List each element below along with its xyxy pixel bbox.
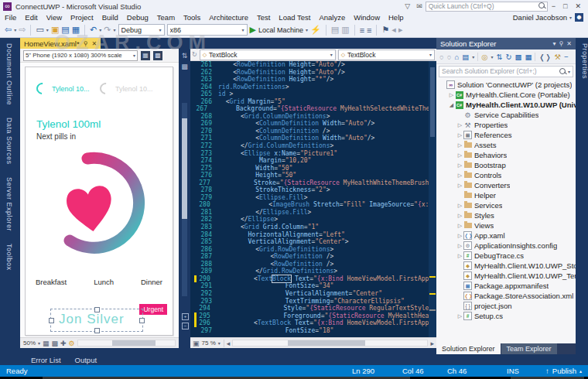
designer-v-scrollbar[interactable] bbox=[182, 103, 187, 296]
editor-v-scrollbar[interactable] bbox=[429, 61, 436, 337]
tree-item-service-capabilities[interactable]: ⚙Service Capabilities bbox=[436, 110, 576, 120]
code-line-265[interactable]: 265id > bbox=[190, 90, 436, 98]
expander-icon[interactable]: ▷ bbox=[456, 172, 463, 179]
expander-icon[interactable]: ▷ bbox=[456, 223, 463, 229]
undo-caret-icon[interactable]: ▾ bbox=[99, 27, 101, 32]
code-line-264[interactable]: 264rid.RowDefinitions> bbox=[190, 84, 436, 91]
swap-panes-icon[interactable]: ⇅ bbox=[179, 52, 190, 60]
collapse-pane-icon[interactable]: − bbox=[182, 323, 189, 329]
tree-item-debugtrace-cs[interactable]: ▷#DebugTrace.cs bbox=[436, 251, 576, 261]
redo-caret-icon[interactable]: ▾ bbox=[114, 27, 116, 32]
user-dropdown-caret-icon[interactable]: ▾ bbox=[569, 15, 572, 20]
med-tab-inactive[interactable]: Tylenol 10... bbox=[100, 83, 153, 94]
tree-item-solution-connectuwp-2-projects[interactable]: ∞Solution 'ConnectUWP' (2 projects) bbox=[436, 80, 576, 90]
toggle-artboard-icon[interactable]: ⚙ bbox=[69, 340, 75, 347]
collapse-pane-icon[interactable]: + bbox=[182, 313, 189, 320]
meal-label-dinner[interactable]: Dinner bbox=[141, 278, 162, 286]
code-text-area[interactable]: 261 <RowDefinition Height="Auto"/>262 <R… bbox=[190, 61, 436, 337]
expander-icon[interactable]: ▷ bbox=[456, 162, 463, 169]
code-line-279[interactable]: 279 <Ellipse.Fill> bbox=[190, 194, 436, 202]
resize-handle[interactable] bbox=[139, 318, 145, 323]
designer-effects-toggle-icon[interactable]: ▩ bbox=[153, 51, 162, 60]
tab-homeview-xaml[interactable]: HomeView.xaml* ⚲ ✕ bbox=[20, 38, 101, 49]
code-line-282[interactable]: 282 </Ellipse> bbox=[190, 216, 436, 224]
code-line-288[interactable]: 288 <RowDefinition /> bbox=[190, 261, 436, 268]
tree-item-converters[interactable]: ▷Converters bbox=[436, 180, 576, 190]
solution-search-input[interactable]: Search Solution Explorer (Ctrl+;) ▾ bbox=[439, 66, 573, 77]
menu-team[interactable]: Team bbox=[157, 13, 175, 22]
pin-icon[interactable]: ⚲ bbox=[84, 40, 88, 47]
selected-textblock[interactable]: Jon Silver bbox=[59, 312, 125, 327]
code-line-276[interactable]: 276 Height="50" bbox=[190, 172, 436, 179]
tool-tab-toolbox[interactable]: Toolbox bbox=[5, 244, 13, 271]
signed-in-user[interactable]: Daniel Jacobson bbox=[513, 13, 567, 22]
device-preview-dropdown[interactable]: 5" Phone (1920 x 1080) 300% scale ▾ bbox=[23, 50, 138, 61]
navigate-back-icon[interactable]: ⇦ bbox=[5, 25, 12, 35]
scroll-right-icon[interactable]: ▸ bbox=[430, 340, 434, 347]
expander-icon[interactable]: ▷ bbox=[456, 313, 463, 319]
feedback-icon[interactable]: ▽ bbox=[405, 2, 410, 10]
tree-item-myhealth-client-w10-uwp-storekey-pfx[interactable]: ◆MyHealth.Client.W10.UWP_StoreKey.pfx bbox=[436, 261, 576, 271]
designer-grid-toggle-icon[interactable]: ▦ bbox=[141, 51, 150, 60]
element-breadcrumb-dropdown[interactable]: ◇ TextBlock ▾ bbox=[200, 50, 336, 60]
tree-item-package-appxmanifest[interactable]: ▦Package.appxmanifest bbox=[436, 281, 576, 291]
medication-subtitle[interactable]: Next pills in bbox=[36, 132, 76, 141]
menu-build[interactable]: Build bbox=[102, 13, 118, 22]
close-button[interactable]: ✕ bbox=[575, 2, 581, 10]
urgent-badge[interactable]: Urgent bbox=[139, 304, 167, 315]
tree-item-behaviors[interactable]: ▷Behaviors bbox=[436, 150, 576, 160]
tree-item-setup-cs[interactable]: ▷#Setup.cs bbox=[436, 311, 576, 321]
expander-icon[interactable]: ▷ bbox=[456, 243, 463, 249]
designer-h-scrollbar[interactable] bbox=[77, 340, 176, 347]
tree-item-helper[interactable]: Helper bbox=[436, 190, 576, 200]
properties-icon[interactable]: ▦ bbox=[525, 53, 532, 61]
new-file-caret-icon[interactable]: ▾ bbox=[46, 27, 49, 32]
menu-view[interactable]: View bbox=[46, 13, 62, 22]
meal-label-lunch[interactable]: Lunch bbox=[94, 278, 114, 286]
code-line-296[interactable]: 296 <TextBlock Text="{x:Bind HomeViewMod… bbox=[190, 319, 436, 327]
code-line-281[interactable]: 281 </Ellipse.Fill> bbox=[190, 209, 436, 217]
menu-load-test[interactable]: Load Test bbox=[279, 13, 310, 22]
publish-button[interactable]: ↑ Publish ▴ bbox=[545, 367, 582, 375]
countdown-gauge[interactable] bbox=[39, 143, 171, 273]
navbar-scope-icon[interactable]: ↻ bbox=[192, 51, 197, 58]
solution-explorer-titlebar[interactable]: Solution Explorer ▾ ⚲ ✕ bbox=[436, 38, 576, 50]
bottom-tab-error-list[interactable]: Error List bbox=[31, 356, 61, 364]
code-line-287[interactable]: 287 <RowDefinition /> bbox=[190, 253, 436, 261]
user-avatar[interactable]: ☻ bbox=[575, 13, 583, 22]
bookmark-icon[interactable]: ⚑ bbox=[381, 25, 389, 35]
editor-zoom-dropdown[interactable]: ▣ 75 % ▾ bbox=[193, 340, 224, 347]
new-file-icon[interactable]: ▭ bbox=[36, 25, 43, 35]
code-line-270[interactable]: 270 <ColumnDefinition /> bbox=[190, 128, 436, 135]
forward-icon[interactable]: ○ bbox=[447, 53, 452, 61]
code-line-289[interactable]: 289 </Grid.RowDefinitions> bbox=[190, 268, 436, 275]
snap-grid-icon[interactable]: ▩ bbox=[52, 340, 59, 347]
tree-item-myhealth-client-w10-uwp-temporarykey-pfx[interactable]: ◆MyHealth.Client.W10.UWP_TemporaryKey.pf… bbox=[436, 271, 576, 281]
code-line-292[interactable]: 292 VerticalAlignment="Center" bbox=[190, 290, 436, 298]
panel-tab-solution-explorer[interactable]: Solution Explorer bbox=[436, 343, 501, 354]
expander-icon[interactable]: ▷ bbox=[448, 92, 455, 98]
code-line-283[interactable]: 283 <Grid Grid.Column="1" bbox=[190, 224, 436, 231]
refresh-icon[interactable]: ↻ bbox=[506, 53, 512, 61]
quick-launch-input[interactable]: Quick Launch (Ctrl+Q) bbox=[426, 2, 548, 12]
menu-project[interactable]: Project bbox=[70, 13, 94, 22]
panel-menu-caret-icon[interactable]: ▾ bbox=[552, 40, 556, 47]
menu-help[interactable]: Help bbox=[388, 13, 404, 22]
pending-changes-filter-icon[interactable]: ◎ bbox=[481, 53, 487, 61]
code-line-274[interactable]: 274 Margin="10,20" bbox=[190, 157, 436, 165]
navigate-forward-icon[interactable]: ⇨ bbox=[19, 25, 26, 35]
tab-properties[interactable]: Properties bbox=[581, 43, 588, 79]
collapse-all-icon[interactable]: ▩ bbox=[515, 53, 522, 61]
code-line-297[interactable]: 297 FontSize="18" bbox=[190, 327, 436, 335]
selection-adorner[interactable]: Jon Silver bbox=[50, 309, 143, 332]
expander-icon[interactable]: ▷ bbox=[456, 203, 463, 209]
view-code-icon[interactable]: ❬❭ bbox=[538, 53, 551, 61]
next-bookmark-icon[interactable]: ▸ bbox=[398, 25, 403, 35]
menu-tools[interactable]: Tools bbox=[183, 13, 200, 22]
code-line-278[interactable]: 278 StrokeThickness="2"> bbox=[190, 186, 436, 194]
minimize-button[interactable]: − bbox=[552, 2, 556, 10]
restore-button[interactable]: □ bbox=[563, 2, 567, 10]
menu-analyze[interactable]: Analyze bbox=[319, 13, 345, 22]
expander-icon[interactable]: ▷ bbox=[456, 253, 463, 259]
code-line-294[interactable]: 294 Style="{StaticResource RegularTextSt… bbox=[190, 305, 436, 312]
